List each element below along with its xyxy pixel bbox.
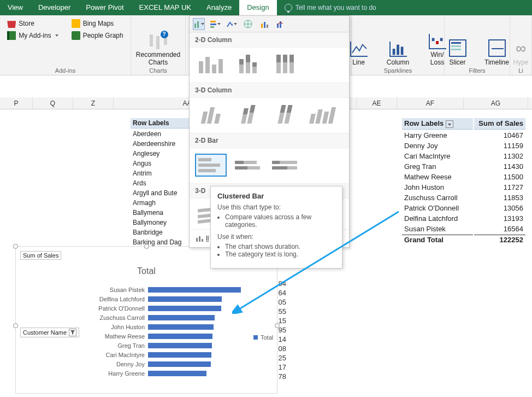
hyperlink-icon: ∞: [516, 40, 526, 57]
people-graph-icon: [72, 31, 80, 40]
tab-developer[interactable]: Developer: [31, 0, 78, 15]
chart-legend[interactable]: Total: [253, 334, 273, 341]
pivot-customer-value: 10467: [474, 131, 525, 140]
tab-analyze[interactable]: Analyze: [199, 0, 239, 15]
pivot-customer-name[interactable]: Zuschuss Carroll: [402, 193, 473, 202]
resize-handle[interactable]: [13, 244, 18, 249]
column-chart-split-icon[interactable]: [193, 18, 205, 30]
bing-maps-icon: [72, 19, 80, 28]
svg-rect-2: [400, 46, 403, 55]
pivot-customer-value: 13056: [474, 203, 525, 213]
bar-segment[interactable]: [148, 315, 215, 320]
pivot-customer-value: 11159: [474, 141, 525, 150]
bar-segment[interactable]: [148, 306, 221, 311]
my-addins-button[interactable]: My Add-ins: [6, 31, 59, 40]
stock-chart-icon[interactable]: [275, 18, 287, 30]
stacked100-column-thumb[interactable]: [269, 53, 301, 76]
pivot-customer-name[interactable]: Denny Joy: [402, 141, 473, 150]
pivot-customer-name[interactable]: Greg Tran: [402, 162, 473, 171]
pivot-customer-name[interactable]: Mathew Reese: [402, 172, 473, 182]
store-label: Store: [19, 20, 34, 27]
pivot-customers-rowhdr[interactable]: Row Labels: [402, 118, 473, 130]
filter-dropdown-icon[interactable]: [446, 120, 453, 128]
bar-segment[interactable]: [148, 352, 211, 358]
group-filters-label: Filters: [450, 66, 504, 74]
line-chart-split-icon[interactable]: [226, 18, 238, 30]
bar-segment[interactable]: [148, 287, 241, 293]
3d-column-thumb[interactable]: [306, 103, 338, 126]
bar-category-label: Zuschuss Carroll: [86, 314, 145, 321]
tooltip-when2: The category text is long.: [225, 250, 335, 258]
tab-design[interactable]: Design: [239, 0, 276, 15]
sparkline-column-label: Column: [387, 59, 409, 66]
hyperlink-button[interactable]: ∞Hype: [506, 40, 533, 66]
svg-rect-3: [431, 38, 434, 42]
bar-segment[interactable]: [148, 334, 212, 339]
colhdr-af[interactable]: AF: [397, 97, 464, 109]
chart-plot-area[interactable]: Susan PistekDelfina LatchfordPatrick O'D…: [86, 285, 250, 378]
pivot-customer-name[interactable]: Susan Pistek: [402, 224, 473, 233]
people-graph-button[interactable]: People Graph: [70, 31, 125, 40]
hyperlink-label: Hype: [513, 59, 528, 66]
resize-handle[interactable]: [13, 323, 18, 328]
pivot-customer-name[interactable]: Harry Greene: [402, 131, 473, 140]
pivot-customer-name[interactable]: John Huston: [402, 183, 473, 192]
bar-segment[interactable]: [148, 361, 211, 367]
resize-handle[interactable]: [144, 244, 149, 249]
3d-stacked-column-thumb[interactable]: [232, 103, 264, 126]
colhdr-ae[interactable]: AE: [357, 97, 397, 109]
pivot-customer-name[interactable]: Cari MacIntyre: [402, 151, 473, 161]
tooltip-when1: The chart shows duration.: [225, 243, 335, 250]
tab-view[interactable]: View: [0, 0, 31, 15]
colhdr-q[interactable]: Q: [33, 97, 73, 109]
bar-segment[interactable]: [148, 371, 206, 376]
3d-stacked100-column-thumb[interactable]: [269, 103, 301, 126]
all-charts-icon: [195, 234, 204, 243]
stacked-bar-thumb[interactable]: [232, 154, 264, 177]
tab-excelmapuk[interactable]: EXCEL MAP UK: [132, 0, 199, 15]
store-button[interactable]: Store: [6, 19, 59, 28]
svg-rect-13: [261, 24, 263, 28]
sparkline-column-button[interactable]: Column: [383, 42, 413, 66]
pivot-customer-name[interactable]: Patrick O'Donnell: [402, 203, 473, 213]
stacked100-bar-thumb[interactable]: [269, 154, 301, 177]
chart-type-toprow: [190, 16, 349, 32]
chart-field-customer[interactable]: Customer Name: [20, 328, 79, 337]
myaddins-label: My Add-ins: [19, 32, 51, 39]
tooltip-intro: Use this chart type to:: [217, 203, 335, 211]
filter-dropdown-icon[interactable]: [69, 329, 76, 336]
pivot-customer-value: 11500: [474, 172, 525, 182]
tooltip-title: Clustered Bar: [217, 192, 335, 200]
colhdr-p[interactable]: P: [0, 97, 33, 109]
slicer-button[interactable]: Slicer: [442, 39, 473, 66]
pivot-customer-value: 16564: [474, 224, 525, 233]
legend-label: Total: [261, 334, 273, 341]
tab-powerpivot[interactable]: Power Pivot: [78, 0, 131, 15]
pivot-customer-name[interactable]: Delfina Latchford: [402, 214, 473, 223]
chart-tooltip: Clustered Bar Use this chart type to: Co…: [210, 186, 342, 268]
slicer-icon: [449, 39, 466, 57]
tell-me-search[interactable]: Tell me what you want to do: [277, 4, 376, 11]
colhdr-z[interactable]: Z: [73, 97, 114, 109]
3d-clustered-column-thumb[interactable]: [195, 103, 227, 126]
bar-segment[interactable]: [148, 324, 214, 330]
clustered-bar-thumb[interactable]: [195, 154, 227, 177]
stacked-column-thumb[interactable]: [232, 53, 264, 76]
bar-segment[interactable]: [148, 343, 212, 348]
svg-rect-6: [194, 24, 196, 28]
bar-segment[interactable]: [148, 296, 222, 302]
bing-maps-button[interactable]: Bing Maps: [70, 19, 125, 28]
colhdr-ag[interactable]: AG: [464, 97, 528, 109]
group-charts-label: Charts: [137, 66, 180, 74]
recommended-charts-button[interactable]: Recommended Charts: [136, 32, 180, 66]
svg-rect-15: [267, 25, 268, 28]
combo-chart-icon[interactable]: [258, 18, 270, 30]
bingmaps-label: Bing Maps: [83, 20, 114, 27]
bar-chart-split-icon[interactable]: [209, 18, 221, 30]
map-chart-icon[interactable]: [242, 18, 254, 30]
timeline-icon: [488, 39, 506, 57]
clustered-column-thumb[interactable]: [195, 53, 227, 76]
chart-field-sumofsales[interactable]: Sum of Sales: [20, 251, 61, 260]
slicer-label: Slicer: [449, 59, 465, 66]
resize-handle[interactable]: [275, 323, 280, 328]
